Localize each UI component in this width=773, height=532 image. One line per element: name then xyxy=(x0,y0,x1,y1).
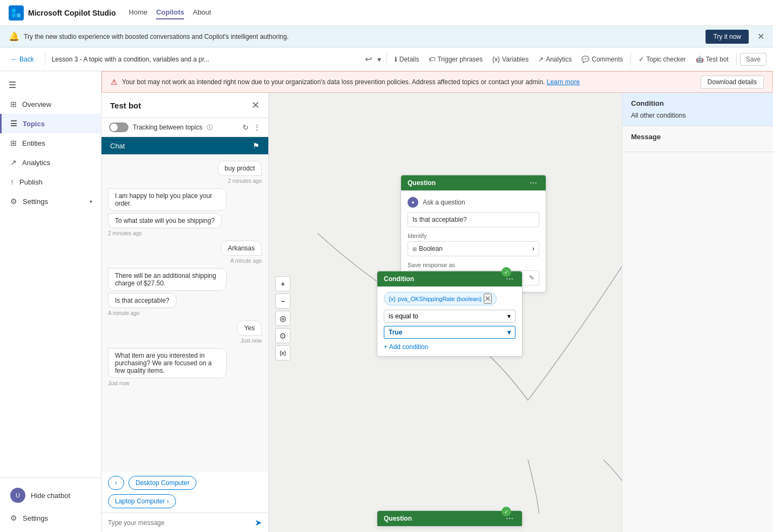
desktop-choice-button[interactable]: Desktop Computer xyxy=(128,476,196,490)
sidebar-item-overview[interactable]: ⊞ Overview xyxy=(0,94,101,114)
zoom-in-button[interactable]: + xyxy=(275,276,290,291)
zoom-out-button[interactable]: − xyxy=(275,294,290,309)
analytics-nav-icon: ↗ xyxy=(10,158,17,167)
error-text: Your bot may not work as intended right … xyxy=(122,78,696,86)
sidebar-item-settings[interactable]: ⚙ Settings ▾ xyxy=(0,192,101,211)
hide-chatbot-item[interactable]: U Hide chatbot xyxy=(0,482,101,508)
error-icon: ⚠ xyxy=(111,78,118,86)
sidebar-item-analytics-label: Analytics xyxy=(22,159,50,167)
undo-button[interactable]: ↩ xyxy=(363,52,374,66)
chat-input-row: ➤ xyxy=(101,513,268,532)
banner-message: Try the new studio experience with boost… xyxy=(24,33,289,40)
question-node-menu[interactable]: ⋯ xyxy=(527,179,539,187)
sidebar-item-topics[interactable]: ☰ Topics xyxy=(0,114,101,133)
trigger-phrases-button[interactable]: 🏷 Trigger phrases xyxy=(424,53,487,65)
variables-button[interactable]: {x} Variables xyxy=(488,53,533,65)
chat-messages[interactable]: buy prodct 2 minutes ago I am happy to h… xyxy=(101,154,268,472)
try-it-now-button[interactable]: Try it now xyxy=(706,30,749,44)
details-icon: ℹ xyxy=(395,56,397,63)
message-bot-2: To what state will you be shipping? xyxy=(108,213,262,228)
prev-choice-button[interactable]: ‹ xyxy=(108,476,124,490)
chat-flag-icon: ⚑ xyxy=(253,141,260,150)
fit-button[interactable]: ⊙ xyxy=(275,328,290,343)
sidebar-hamburger[interactable]: ☰ xyxy=(0,76,101,94)
error-bar: ⚠ Your bot may not work as intended righ… xyxy=(101,71,773,93)
comments-button[interactable]: 💬 Comments xyxy=(577,53,627,65)
chat-input[interactable] xyxy=(108,519,250,527)
send-button[interactable]: ➤ xyxy=(255,517,262,528)
chat-tab-label: Chat xyxy=(110,142,125,150)
back-button[interactable]: ← Back xyxy=(6,53,38,65)
identify-chevron: › xyxy=(532,245,534,253)
nav-copilots[interactable]: Copilots xyxy=(156,6,184,19)
condition-body: {x} pva_OKShippingRate (boolean) ✕ is eq… xyxy=(377,287,522,356)
chat-tab[interactable]: Chat ⚑ xyxy=(101,137,268,154)
sidebar-item-analytics[interactable]: ↗ Analytics xyxy=(0,153,101,172)
trigger-icon: 🏷 xyxy=(429,56,435,63)
close-test-bot-button[interactable]: ✕ xyxy=(252,99,260,111)
undo-dropdown[interactable]: ▾ xyxy=(375,53,383,66)
condition-operator-value: is equal to xyxy=(389,312,418,320)
download-details-button[interactable]: Download details xyxy=(701,76,764,88)
add-condition-button[interactable]: + Add condition xyxy=(384,343,516,351)
details-label: Details xyxy=(399,56,419,63)
bubble-user-2: Arkansas xyxy=(221,241,262,256)
nav-home[interactable]: Home xyxy=(129,6,148,19)
close-banner-button[interactable]: ✕ xyxy=(757,31,764,42)
edit-save-response-icon[interactable]: ✎ xyxy=(529,274,534,282)
topic-checker-icon: ✓ xyxy=(639,56,644,63)
analytics-button[interactable]: ↗ Analytics xyxy=(534,53,576,65)
bottom-check-icon: ✓ xyxy=(501,507,511,516)
value-chevron: ▾ xyxy=(507,329,511,336)
test-bot-label: Test bot xyxy=(706,56,729,63)
identify-row[interactable]: ⊞ Boolean › xyxy=(408,241,539,256)
tracking-toggle[interactable] xyxy=(109,122,128,132)
svg-rect-3 xyxy=(17,13,21,17)
bottom-question-title: Question xyxy=(384,515,412,522)
analytics-label: Analytics xyxy=(546,56,572,63)
variable-button[interactable]: {x} xyxy=(275,345,290,360)
toolbar-divider-1 xyxy=(45,53,45,66)
remove-condition-variable[interactable]: ✕ xyxy=(484,294,492,304)
toolbar-divider-2 xyxy=(386,53,387,66)
topic-checker-button[interactable]: ✓ Topic checker xyxy=(634,53,690,65)
canvas-area[interactable]: + − ◎ ⊙ {x} Question ⋯ ● Ask a question … xyxy=(269,71,622,532)
ask-question-label: Ask a question xyxy=(423,199,465,206)
trigger-label: Trigger phrases xyxy=(437,56,483,63)
condition-operator-select[interactable]: is equal to ▾ xyxy=(384,310,516,323)
logo-icon xyxy=(9,5,24,21)
nav-about[interactable]: About xyxy=(193,6,211,19)
test-bot-button[interactable]: 🤖 Test bot xyxy=(691,53,733,65)
laptop-choice-button[interactable]: Laptop Computer › xyxy=(108,494,176,508)
ask-question-icon: ● xyxy=(408,197,418,208)
refresh-button[interactable]: ↻ xyxy=(242,123,249,132)
back-arrow-icon: ← xyxy=(11,56,17,63)
condition-value-select[interactable]: True ▾ xyxy=(384,326,516,339)
more-options-button[interactable]: ⋮ xyxy=(253,123,261,132)
message-panel-title: Message xyxy=(631,133,764,141)
sidebar-settings-bottom[interactable]: ⚙ Settings xyxy=(0,508,101,528)
sidebar-item-entities[interactable]: ⊞ Entities xyxy=(0,133,101,153)
content-area: Test bot ✕ Tracking between topics ⓘ ↻ ⋮… xyxy=(101,71,773,532)
condition-value-text: True xyxy=(389,329,402,336)
condition-node: ✓ Condition ⋯ {x} pva_OKShippingRate (bo… xyxy=(377,271,523,357)
settings-expand-icon: ▾ xyxy=(90,199,92,204)
toolbar-divider-3 xyxy=(630,53,631,66)
banner: 🔔 Try the new studio experience with boo… xyxy=(0,26,773,47)
details-button[interactable]: ℹ Details xyxy=(390,53,424,65)
bottom-question-header: Question ⋯ xyxy=(377,511,522,526)
learn-more-link[interactable]: Learn more xyxy=(547,78,580,86)
error-message: Your bot may not work as intended right … xyxy=(122,78,545,86)
target-button[interactable]: ◎ xyxy=(275,311,290,326)
message-bot-5: What item are you interested in purchasi… xyxy=(108,348,262,378)
question-text[interactable]: Is that acceptable? xyxy=(408,212,539,227)
zoom-controls: + − ◎ ⊙ {x} xyxy=(275,276,290,360)
settings-sidebar-icon: ⚙ xyxy=(10,197,17,206)
condition-panel-title: Condition xyxy=(631,99,764,107)
hide-chatbot-label: Hide chatbot xyxy=(31,492,70,500)
message-user-1: buy prodct xyxy=(108,161,262,176)
comments-icon: 💬 xyxy=(581,56,589,63)
toolbar-icons: ↩ ▾ ℹ Details 🏷 Trigger phrases {x} Vari… xyxy=(363,52,767,66)
save-button[interactable]: Save xyxy=(740,53,767,66)
sidebar-item-publish[interactable]: ↑ Publish xyxy=(0,172,101,192)
